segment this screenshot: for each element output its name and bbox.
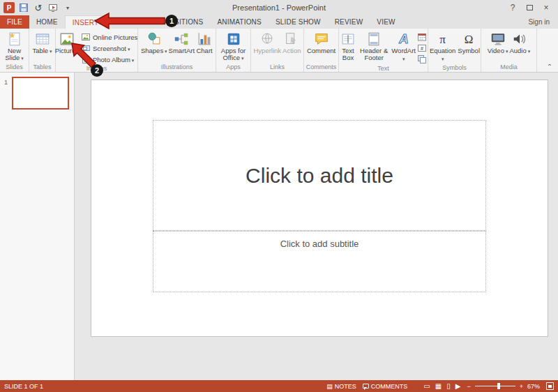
online-pictures-button[interactable]: Online Pictures <box>80 32 139 42</box>
zoom-slider-handle[interactable] <box>497 383 500 389</box>
audio-label: Audio <box>509 47 530 55</box>
online-pictures-icon <box>81 32 91 42</box>
status-bar: SLIDE 1 OF 1 ▤ NOTES COMMENTS ▭ ▦ ▯ ▶ − <box>0 380 558 392</box>
comment-icon <box>313 31 330 47</box>
sign-in-link[interactable]: Sign in <box>528 15 558 29</box>
group-label-symbols: Symbols <box>428 63 481 72</box>
table-button[interactable]: Table <box>31 30 52 56</box>
notes-button[interactable]: ▤ NOTES <box>326 383 356 390</box>
smartart-button[interactable]: SmartArt <box>168 30 195 55</box>
svg-text:A: A <box>398 31 408 46</box>
group-label-images: Images <box>56 64 137 73</box>
hyperlink-label: Hyperlink <box>253 47 281 54</box>
shapes-label: Shapes <box>141 47 167 55</box>
ribbon-right-area: ˆ <box>537 29 558 72</box>
qat-customize-button[interactable]: ▾ <box>62 2 73 13</box>
comments-label: COMMENTS <box>371 383 408 390</box>
undo-button[interactable]: ↺ <box>33 2 44 13</box>
ribbon-group-slides: New Slide Slides <box>0 29 29 72</box>
group-label-tables: Tables <box>29 63 55 72</box>
tab-insert[interactable]: INSERT <box>65 15 107 29</box>
symbol-button[interactable]: Ω Symbol <box>457 30 481 55</box>
audio-button[interactable]: Audio <box>508 30 531 56</box>
action-icon <box>283 31 300 47</box>
powerpoint-app-icon[interactable]: P <box>3 2 15 13</box>
hyperlink-button[interactable]: Hyperlink <box>252 30 282 55</box>
slide-show-button[interactable]: ▶ <box>455 383 461 390</box>
text-box-button[interactable]: Text Box <box>339 30 357 62</box>
comments-button[interactable]: COMMENTS <box>363 383 408 390</box>
collapse-ribbon-button[interactable]: ˆ <box>548 65 551 72</box>
photo-album-button[interactable]: Photo Album <box>80 54 139 64</box>
action-label: Action <box>282 47 301 54</box>
subtitle-placeholder[interactable]: Click to add subtitle <box>153 231 486 292</box>
slide-number-icon: # <box>417 43 427 53</box>
date-time-icon <box>417 32 427 42</box>
zoom-slider[interactable] <box>475 382 515 390</box>
reading-view-button[interactable]: ▯ <box>446 383 451 390</box>
save-icon <box>19 3 29 13</box>
group-label-text: Text <box>339 64 428 73</box>
wordart-button[interactable]: A WordArt <box>391 30 416 63</box>
smartart-icon <box>173 31 190 47</box>
video-button[interactable]: Video <box>487 30 509 56</box>
date-time-button[interactable] <box>416 32 428 42</box>
view-buttons: ▭ ▦ ▯ ▶ <box>423 383 460 390</box>
chart-icon <box>196 31 213 47</box>
text-small-buttons: # <box>416 30 428 64</box>
tab-animations[interactable]: ANIMATIONS <box>210 15 268 29</box>
save-button[interactable] <box>18 2 29 13</box>
tab-file[interactable]: FILE <box>0 15 29 29</box>
header-footer-button[interactable]: Header & Footer <box>357 30 391 62</box>
slide-number-button[interactable]: # <box>416 43 428 53</box>
zoom-out-button[interactable]: − <box>467 383 470 390</box>
action-button[interactable]: Action <box>282 30 301 55</box>
equation-button[interactable]: π Equation <box>428 30 457 63</box>
comment-button[interactable]: Comment <box>306 30 336 55</box>
object-button[interactable] <box>416 54 428 64</box>
images-small-buttons: Online Pictures Screenshot Photo Album <box>80 30 139 64</box>
symbol-icon: Ω <box>465 31 474 47</box>
title-placeholder[interactable]: Click to add title <box>153 120 486 231</box>
ribbon-group-tables: Table Tables <box>29 29 56 72</box>
fit-slide-to-window-button[interactable] <box>546 382 554 390</box>
slide-1-thumbnail[interactable] <box>12 77 69 110</box>
group-label-links: Links <box>251 63 303 72</box>
tab-home[interactable]: HOME <box>29 15 65 29</box>
slide-sorter-view-button[interactable]: ▦ <box>435 383 442 390</box>
chevron-down-icon: ▾ <box>66 5 69 11</box>
start-slideshow-icon <box>48 3 58 13</box>
tab-review[interactable]: REVIEW <box>328 15 370 29</box>
group-label-apps: Apps <box>216 63 250 72</box>
screenshot-button[interactable]: Screenshot <box>80 43 139 53</box>
start-slideshow-button[interactable] <box>47 2 59 13</box>
text-box-label: Text Box <box>340 47 356 61</box>
tab-transitions[interactable]: TRANSITIONS <box>148 15 210 29</box>
zoom-percentage[interactable]: 67% <box>527 383 540 390</box>
close-button[interactable]: × <box>538 1 555 14</box>
slide-indicator[interactable]: SLIDE 1 OF 1 <box>4 383 43 390</box>
window-controls: ? × <box>504 1 558 14</box>
new-slide-button[interactable]: New Slide <box>0 30 29 63</box>
normal-view-button[interactable]: ▭ <box>423 383 430 390</box>
apps-for-office-button[interactable]: Apps for Office <box>216 30 250 63</box>
header-footer-icon <box>365 31 382 47</box>
tab-slide-show[interactable]: SLIDE SHOW <box>269 15 328 29</box>
slide-canvas[interactable]: Click to add title Click to add subtitle <box>91 80 548 337</box>
ribbon-group-media: Video Audio Media <box>481 29 537 72</box>
zoom-in-button[interactable]: + <box>520 383 523 390</box>
help-button[interactable]: ? <box>504 1 521 14</box>
ribbon-group-apps: Apps for Office Apps <box>216 29 251 72</box>
pictures-icon <box>59 31 75 47</box>
group-label-media: Media <box>481 63 536 72</box>
pictures-button[interactable]: Pictures <box>54 30 80 55</box>
chart-button[interactable]: Chart <box>195 30 213 55</box>
tab-design[interactable]: DESIGN <box>106 15 148 29</box>
screenshot-icon <box>81 43 91 53</box>
tab-view[interactable]: VIEW <box>370 15 402 29</box>
photo-album-icon <box>81 54 91 64</box>
ribbon-group-symbols: π Equation Ω Symbol Symbols <box>428 29 481 72</box>
shapes-button[interactable]: Shapes <box>140 30 168 56</box>
maximize-button[interactable] <box>521 1 538 14</box>
ribbon-group-comments: Comment Comments <box>304 29 339 72</box>
